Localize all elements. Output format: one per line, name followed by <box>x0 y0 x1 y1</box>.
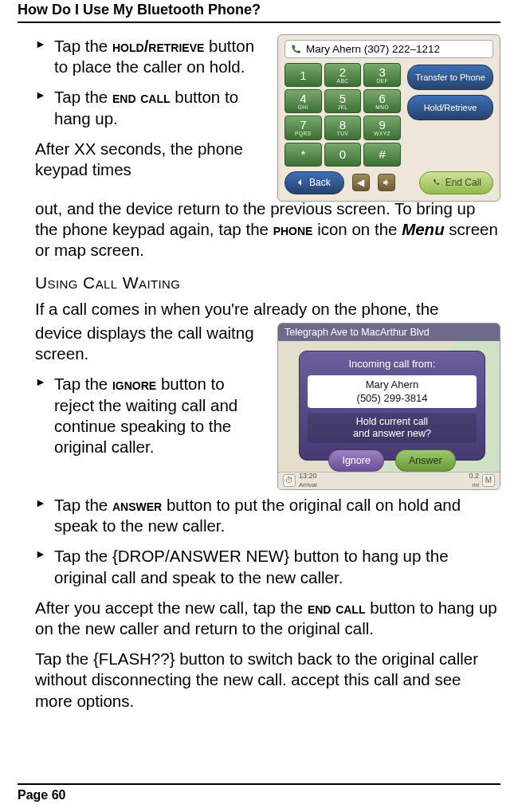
end-call-icon <box>431 178 441 187</box>
keypad-0[interactable]: 0 <box>324 143 362 167</box>
keyword-hold-retrieve: hold/retrieve <box>112 37 204 55</box>
keypad-8[interactable]: 8TUV <box>324 116 362 139</box>
distance-text: 0.2mi <box>469 472 479 490</box>
caller-text: Mary Ahern (307) 222–1212 <box>306 42 440 56</box>
keyword-ignore: ignore <box>112 375 156 393</box>
keypad-hash[interactable]: # <box>363 143 401 167</box>
call-waiting-popup: Incoming call from: Mary Ahern (505) 299… <box>299 351 485 461</box>
figure-keypad: Mary Ahern (307) 222–1212 1 2ABC 3DEF 4G… <box>277 34 500 202</box>
page-header: How Do I Use My Bluetooth Phone? <box>18 0 500 23</box>
back-arrow-icon <box>296 178 304 186</box>
incoming-caller-name: Mary Ahern <box>312 379 472 391</box>
back-label: Back <box>309 177 331 189</box>
keypad-5[interactable]: 5JKL <box>324 89 362 113</box>
nav-volume-button[interactable] <box>378 174 395 191</box>
bullet-ignore: Tap the ignore button to reject the wait… <box>35 374 266 457</box>
nav-route-bar: Telegraph Ave to MacArthur Blvd <box>278 324 500 341</box>
keypad-grid: 1 2ABC 3DEF 4GHI 5JKL 6MNO 7PQRS 8TUV 9W… <box>285 63 401 166</box>
figure-call-waiting: Telegraph Ave to MacArthur Blvd Incoming… <box>277 323 500 490</box>
keyword-answer: answer <box>112 496 162 514</box>
prompt-text: Hold current call and answer new? <box>308 413 477 443</box>
keypad-star[interactable]: * <box>285 143 322 167</box>
transfer-to-phone-button[interactable]: Transfer to Phone <box>407 65 493 90</box>
bullet-drop-answer-new: Tap the {DROP/ANSWER NEW} button to hang… <box>35 546 500 587</box>
incoming-caller-box: Mary Ahern (505) 299-3814 <box>308 375 477 408</box>
speaker-icon <box>382 178 391 187</box>
text: After XX seconds, the phone keypad times <box>35 139 243 178</box>
bullet-hold-retrieve: Tap the hold/retrieve button to place th… <box>35 36 266 77</box>
paragraph-cw-intro-wrap: device displays the call waitng screen. <box>18 323 266 364</box>
bullet-end-call: Tap the end call button to hang up. <box>35 87 266 128</box>
incoming-caller-number: (505) 299-3814 <box>312 392 472 405</box>
ignore-button[interactable]: Ignore <box>328 449 383 472</box>
keyword-end-call-2: end call <box>308 598 366 617</box>
keyword-menu: Menu <box>402 220 445 238</box>
prompt-line-2: and answer new? <box>312 428 472 440</box>
keypad-2[interactable]: 2ABC <box>324 63 362 87</box>
end-call-button[interactable]: End Call <box>419 171 493 194</box>
text: Tap the <box>54 496 112 514</box>
keypad-9[interactable]: 9WXYZ <box>363 116 401 139</box>
keyword-end-call: end call <box>112 88 171 106</box>
paragraph-timeout: out, and the device return to the previo… <box>18 198 500 261</box>
menu-icon[interactable]: M <box>482 474 495 487</box>
prompt-line-1: Hold current call <box>312 416 472 428</box>
heading-call-waiting: Using Call Waiting <box>18 273 500 294</box>
keyword-phone: phone <box>273 220 313 238</box>
paragraph-flash: Tap the {FLASH??} button to switch back … <box>18 649 500 712</box>
paragraph-cw-intro-top: If a call comes in when you're already o… <box>18 299 500 320</box>
answer-button[interactable]: Answer <box>395 449 456 472</box>
text: Tap the <box>54 37 112 55</box>
incoming-label: Incoming call from: <box>308 358 477 371</box>
paragraph-after-accept: After you accept the new call, tap the e… <box>18 598 500 639</box>
text: Tap the <box>54 375 112 393</box>
page-footer: Page 60 <box>18 783 500 802</box>
keypad-4[interactable]: 4GHI <box>285 89 322 113</box>
keypad-3[interactable]: 3DEF <box>363 63 401 87</box>
keypad-6[interactable]: 6MNO <box>363 89 401 113</box>
page-content: Tap the hold/retrieve button to place th… <box>18 34 500 712</box>
back-button[interactable]: Back <box>285 171 344 194</box>
nav-prev-button[interactable]: ◀ <box>352 174 370 191</box>
hold-retrieve-button[interactable]: Hold/Retrieve <box>407 95 493 120</box>
bullet-answer: Tap the answer button to put the origina… <box>35 495 500 536</box>
caller-display: Mary Ahern (307) 222–1212 <box>285 40 493 58</box>
arrival-icon: ⏱ <box>283 474 296 487</box>
keypad-7[interactable]: 7PQRS <box>285 116 322 139</box>
end-call-label: End Call <box>445 177 481 189</box>
keypad-1[interactable]: 1 <box>285 63 322 87</box>
arrival-text: 13:20Arrival <box>299 472 317 490</box>
text: icon on the <box>312 220 402 238</box>
text: Tap the <box>54 88 112 106</box>
phone-icon <box>290 44 301 55</box>
text: After you accept the new call, tap the <box>35 598 308 617</box>
